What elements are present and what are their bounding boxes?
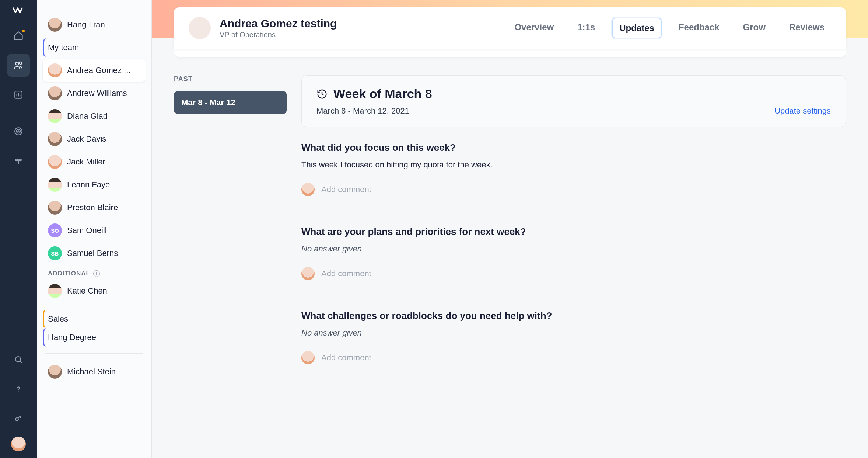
- team-member-label: Andrea Gomez ...: [67, 66, 130, 75]
- sidebar-team-jack-miller[interactable]: Jack Miller: [43, 150, 146, 173]
- question-text: What did you focus on this week?: [301, 142, 846, 153]
- user-name: Hang Tran: [67, 20, 105, 30]
- sidebar-other-michael[interactable]: Michael Stein: [43, 360, 146, 383]
- sidebar-team-diana[interactable]: Diana Glad: [43, 105, 146, 128]
- nav-analytics[interactable]: [7, 83, 30, 106]
- sidebar-team-sam[interactable]: SO Sam Oneill: [43, 219, 146, 242]
- week-date-range: March 8 - March 12, 2021: [316, 106, 409, 116]
- info-icon[interactable]: i: [93, 270, 100, 277]
- sidebar-team-andrea[interactable]: Andrea Gomez ...: [43, 59, 146, 82]
- sidebar-group-sales[interactable]: Sales: [43, 310, 146, 328]
- tab-feedback[interactable]: Feedback: [672, 18, 726, 38]
- sidebar-team-jack-davis[interactable]: Jack Davis: [43, 128, 146, 150]
- team-member-label: Samuel Berns: [67, 249, 118, 258]
- notification-dot: [22, 30, 25, 32]
- question-block-1: What did you focus on this week? This we…: [301, 127, 846, 211]
- week-header-card: Week of March 8 March 8 - March 12, 2021…: [301, 75, 846, 127]
- svg-point-5: [18, 131, 19, 132]
- svg-point-4: [17, 129, 21, 133]
- additional-member-label: Katie Chen: [67, 286, 107, 296]
- team-member-label: Preston Blaire: [67, 203, 118, 212]
- comment-avatar: [301, 183, 315, 196]
- page-title: Andrea Gomez testing: [220, 17, 337, 30]
- avatar: SB: [48, 246, 62, 260]
- svg-point-6: [15, 357, 21, 362]
- sidebar-divider: [45, 353, 143, 354]
- avatar: [48, 178, 62, 192]
- date-range-button[interactable]: Mar 8 - Mar 12: [174, 91, 287, 114]
- nav-help[interactable]: [7, 378, 30, 400]
- group-label: Sales: [48, 314, 68, 324]
- answer-text: No answer given: [301, 328, 846, 338]
- week-title: Week of March 8: [333, 87, 432, 101]
- nav-growth[interactable]: [7, 149, 30, 172]
- team-member-label: Jack Davis: [67, 134, 106, 144]
- updates-content: PAST Mar 8 - Mar 12 Week of March 8 Marc…: [152, 68, 868, 458]
- nav-target[interactable]: [7, 120, 30, 143]
- tab-reviews[interactable]: Reviews: [783, 18, 831, 38]
- sidebar-my-team[interactable]: My team: [43, 38, 146, 57]
- sidebar-group-hang-degree[interactable]: Hang Degree: [43, 328, 146, 347]
- avatar: [48, 86, 62, 100]
- avatar: [48, 109, 62, 123]
- comment-avatar: [301, 267, 315, 280]
- add-comment-placeholder[interactable]: Add comment: [321, 269, 371, 278]
- avatar: [48, 18, 62, 32]
- sidebar-team-samuel[interactable]: SB Samuel Berns: [43, 242, 146, 265]
- answer-text: No answer given: [301, 244, 846, 254]
- profile-tabs: Overview 1:1s Updates Feedback Grow Revi…: [508, 18, 831, 38]
- other-member-label: Michael Stein: [67, 367, 116, 377]
- question-block-3: What challenges or roadblocks do you nee…: [301, 295, 846, 379]
- team-member-label: Jack Miller: [67, 157, 105, 167]
- answer-text: This week I focused on hitting my quota …: [301, 160, 846, 170]
- group-label: Hang Degree: [48, 333, 96, 342]
- nav-search[interactable]: [7, 348, 30, 371]
- user-avatar-rail[interactable]: [11, 437, 26, 451]
- timeline-column: PAST Mar 8 - Mar 12: [174, 75, 287, 458]
- sidebar-team-andrew[interactable]: Andrew Williams: [43, 82, 146, 105]
- nav-people[interactable]: [7, 54, 30, 77]
- update-settings-link[interactable]: Update settings: [774, 106, 831, 116]
- team-member-label: Diana Glad: [67, 111, 108, 121]
- past-label: PAST: [174, 75, 287, 83]
- avatar: [48, 155, 62, 169]
- tab-overview[interactable]: Overview: [508, 18, 560, 38]
- team-member-label: Leann Faye: [67, 180, 110, 190]
- avatar: [48, 365, 62, 379]
- svg-point-0: [15, 62, 18, 65]
- add-comment-placeholder[interactable]: Add comment: [321, 353, 371, 362]
- main-area: Andrea Gomez testing VP of Operations Ov…: [152, 0, 868, 458]
- avatar: [48, 284, 62, 298]
- sidebar-team-leann[interactable]: Leann Faye: [43, 173, 146, 196]
- comment-avatar: [301, 351, 315, 364]
- sidebar-additional-katie[interactable]: Katie Chen: [43, 280, 146, 302]
- nav-rail: [0, 0, 37, 458]
- team-member-label: Andrew Williams: [67, 89, 127, 98]
- sidebar-current-user[interactable]: Hang Tran: [43, 13, 146, 36]
- rail-divider: [11, 113, 26, 113]
- tab-grow[interactable]: Grow: [736, 18, 772, 38]
- nav-home[interactable]: [7, 24, 30, 47]
- comment-row[interactable]: Add comment: [301, 267, 846, 280]
- add-comment-placeholder[interactable]: Add comment: [321, 185, 371, 194]
- profile-header-card: Andrea Gomez testing VP of Operations Ov…: [174, 7, 846, 49]
- tab-updates[interactable]: Updates: [612, 18, 662, 38]
- svg-point-7: [18, 391, 19, 391]
- profile-avatar: [189, 17, 211, 39]
- sidebar-team-preston[interactable]: Preston Blaire: [43, 196, 146, 219]
- question-text: What challenges or roadblocks do you nee…: [301, 310, 846, 322]
- question-block-2: What are your plans and priorities for n…: [301, 211, 846, 295]
- svg-point-8: [15, 418, 18, 421]
- clock-history-icon: [316, 89, 328, 100]
- comment-row[interactable]: Add comment: [301, 351, 846, 364]
- svg-point-1: [20, 62, 22, 65]
- update-detail-column: Week of March 8 March 8 - March 12, 2021…: [301, 75, 846, 458]
- avatar: SO: [48, 223, 62, 237]
- tab-1on1s[interactable]: 1:1s: [571, 18, 602, 38]
- avatar: [48, 132, 62, 146]
- nav-admin[interactable]: [7, 407, 30, 430]
- my-team-label: My team: [48, 43, 79, 52]
- comment-row[interactable]: Add comment: [301, 183, 846, 196]
- page-subtitle: VP of Operations: [220, 31, 337, 39]
- header-card-shadow: [174, 49, 846, 57]
